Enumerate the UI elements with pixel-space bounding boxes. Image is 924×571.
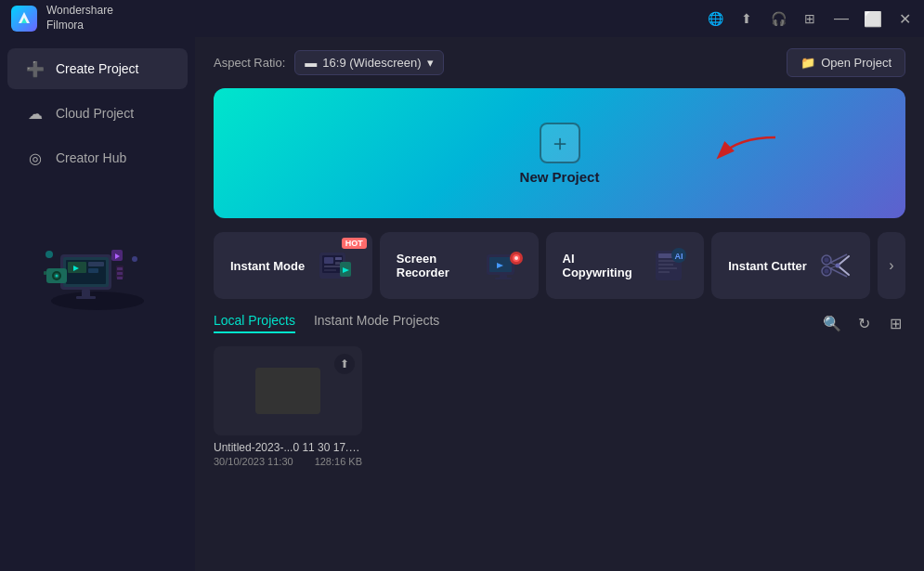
sidebar-label-cloud-project: Cloud Project bbox=[56, 106, 134, 121]
open-project-label: Open Project bbox=[821, 56, 891, 70]
upload-icon[interactable]: ⬆ bbox=[738, 10, 755, 27]
svg-line-55 bbox=[830, 254, 847, 263]
refresh-icon[interactable]: ↻ bbox=[853, 313, 874, 333]
tab-instant-mode-projects[interactable]: Instant Mode Projects bbox=[314, 313, 439, 333]
instant-cutter-label: Instant Cutter bbox=[728, 259, 807, 273]
ratio-icon: ▬ bbox=[305, 56, 317, 70]
svg-rect-47 bbox=[658, 267, 677, 269]
creator-hub-icon: ◎ bbox=[26, 149, 45, 167]
tool-more-button[interactable]: › bbox=[878, 232, 905, 299]
aspect-ratio-group: Aspect Ratio: ▬ 16:9 (Widescreen) ▾ bbox=[214, 50, 444, 75]
project-size: 128:16 KB bbox=[315, 456, 362, 467]
tool-ai-copywriting[interactable]: AI Copywriting AI bbox=[546, 232, 705, 299]
svg-line-56 bbox=[830, 268, 847, 277]
instant-mode-projects-label: Instant Mode Projects bbox=[314, 313, 439, 328]
instant-cutter-icon bbox=[811, 242, 857, 289]
local-projects-label: Local Projects bbox=[214, 313, 295, 328]
quick-tools: Instant Mode HOT bbox=[214, 232, 905, 299]
project-date: 30/10/2023 11:30 bbox=[214, 456, 293, 467]
svg-point-52 bbox=[825, 258, 829, 263]
sidebar-illustration bbox=[0, 199, 195, 329]
tab-local-projects[interactable]: Local Projects bbox=[214, 313, 295, 333]
maximize-button[interactable]: ⬜ bbox=[865, 10, 881, 27]
instant-mode-icon bbox=[313, 242, 359, 289]
svg-point-23 bbox=[46, 251, 53, 258]
svg-rect-20 bbox=[117, 267, 123, 270]
view-toggle-icon[interactable]: ⊞ bbox=[885, 313, 905, 333]
sidebar: ➕ Create Project ☁ Cloud Project ◎ Creat… bbox=[0, 37, 195, 571]
project-card[interactable]: ⬆ Untitled-2023-...0 11 30 17.wfp 30/10/… bbox=[214, 346, 362, 467]
svg-rect-16 bbox=[44, 271, 46, 275]
svg-rect-7 bbox=[88, 262, 104, 266]
svg-rect-48 bbox=[658, 271, 670, 273]
sidebar-label-create-project: Create Project bbox=[56, 61, 138, 76]
project-meta: 30/10/2023 11:30 128:16 KB bbox=[214, 456, 362, 467]
svg-rect-28 bbox=[324, 257, 333, 264]
aspect-ratio-value: 16:9 (Widescreen) bbox=[322, 56, 421, 70]
projects-grid: ⬆ Untitled-2023-...0 11 30 17.wfp 30/10/… bbox=[214, 346, 905, 467]
titlebar-right: 🌐 ⬆ 🎧 ⊞ — ⬜ ✕ bbox=[707, 10, 913, 27]
new-project-inner: ＋ New Project bbox=[520, 123, 600, 185]
svg-rect-21 bbox=[117, 272, 123, 275]
svg-rect-30 bbox=[335, 262, 340, 265]
ai-copywriting-icon: AI bbox=[645, 242, 691, 289]
search-icon[interactable]: 🔍 bbox=[822, 313, 842, 333]
main-layout: ➕ Create Project ☁ Cloud Project ◎ Creat… bbox=[0, 37, 924, 571]
screen-recorder-icon bbox=[481, 242, 526, 289]
svg-point-54 bbox=[825, 269, 829, 274]
screen-recorder-label: Screen Recorder bbox=[397, 252, 481, 279]
sidebar-item-cloud-project[interactable]: ☁ Cloud Project bbox=[7, 93, 188, 134]
project-upload-icon: ⬆ bbox=[334, 354, 355, 374]
chevron-right-icon: › bbox=[889, 257, 893, 274]
arrow-annotation bbox=[710, 128, 785, 178]
instant-mode-label: Instant Mode bbox=[230, 259, 305, 273]
svg-rect-31 bbox=[324, 266, 342, 267]
content-area: Aspect Ratio: ▬ 16:9 (Widescreen) ▾ 📁 Op… bbox=[195, 37, 924, 571]
grid-icon[interactable]: ⊞ bbox=[801, 10, 818, 27]
close-button[interactable]: ✕ bbox=[896, 10, 913, 27]
svg-rect-29 bbox=[335, 257, 342, 260]
new-project-label: New Project bbox=[520, 169, 600, 185]
tool-screen-recorder[interactable]: Screen Recorder bbox=[380, 232, 539, 299]
project-thumb-inner bbox=[255, 368, 320, 414]
minimize-button[interactable]: — bbox=[833, 10, 850, 27]
svg-rect-32 bbox=[324, 269, 336, 271]
new-project-banner[interactable]: ＋ New Project bbox=[214, 88, 905, 218]
tool-instant-cutter[interactable]: Instant Cutter bbox=[711, 232, 870, 299]
sidebar-item-create-project[interactable]: ➕ Create Project bbox=[7, 48, 188, 89]
aspect-ratio-select[interactable]: ▬ 16:9 (Widescreen) ▾ bbox=[294, 50, 443, 75]
svg-rect-10 bbox=[82, 290, 90, 297]
svg-rect-22 bbox=[117, 277, 123, 279]
tool-instant-mode[interactable]: Instant Mode HOT bbox=[214, 232, 372, 299]
titlebar-left: Wondershare Filmora bbox=[11, 4, 113, 32]
projects-actions: 🔍 ↻ ⊞ bbox=[822, 313, 905, 333]
sidebar-label-creator-hub: Creator Hub bbox=[56, 150, 126, 165]
create-project-icon: ➕ bbox=[26, 59, 45, 78]
hot-badge: HOT bbox=[342, 238, 367, 249]
titlebar: Wondershare Filmora 🌐 ⬆ 🎧 ⊞ — ⬜ ✕ bbox=[0, 0, 924, 37]
projects-section: Local Projects Instant Mode Projects 🔍 ↻… bbox=[195, 313, 924, 571]
svg-point-24 bbox=[132, 256, 137, 262]
chevron-down-icon: ▾ bbox=[427, 56, 434, 70]
sidebar-item-creator-hub[interactable]: ◎ Creator Hub bbox=[7, 137, 188, 178]
new-project-plus-icon: ＋ bbox=[540, 123, 580, 163]
open-project-button[interactable]: 📁 Open Project bbox=[787, 48, 905, 77]
svg-rect-8 bbox=[88, 268, 98, 273]
headset-icon[interactable]: 🎧 bbox=[770, 10, 787, 27]
topbar: Aspect Ratio: ▬ 16:9 (Widescreen) ▾ 📁 Op… bbox=[195, 37, 924, 88]
project-name: Untitled-2023-...0 11 30 17.wfp bbox=[214, 441, 362, 454]
globe-icon[interactable]: 🌐 bbox=[707, 10, 723, 27]
svg-point-2 bbox=[51, 292, 144, 310]
app-logo bbox=[11, 6, 37, 32]
svg-rect-41 bbox=[495, 278, 512, 279]
svg-point-15 bbox=[56, 275, 59, 278]
svg-rect-46 bbox=[658, 264, 673, 266]
svg-rect-11 bbox=[76, 296, 96, 299]
svg-point-39 bbox=[514, 256, 518, 260]
cloud-icon: ☁ bbox=[26, 104, 45, 123]
folder-icon: 📁 bbox=[800, 56, 815, 70]
aspect-ratio-label: Aspect Ratio: bbox=[214, 56, 285, 70]
projects-header: Local Projects Instant Mode Projects 🔍 ↻… bbox=[214, 313, 905, 333]
svg-text:AI: AI bbox=[674, 252, 683, 261]
project-thumbnail: ⬆ bbox=[214, 346, 362, 435]
